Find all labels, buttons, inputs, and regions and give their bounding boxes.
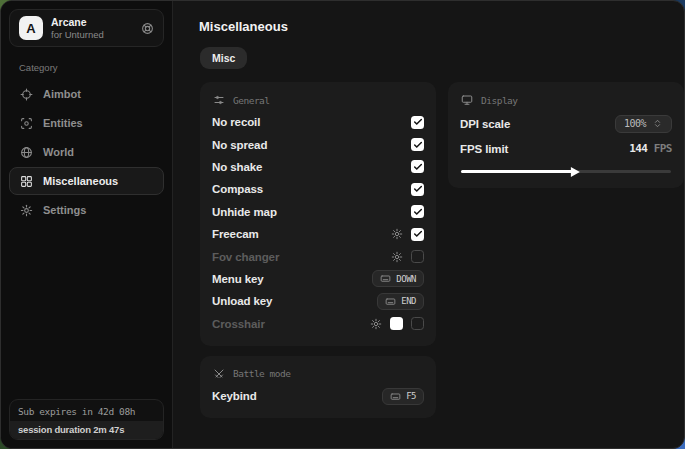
page-title: Miscellaneous <box>199 19 684 34</box>
sidebar-item-aimbot[interactable]: Aimbot <box>9 80 164 108</box>
setting-label: Keybind <box>212 390 257 402</box>
fps-limit-row: FPS limit 144 FPS <box>460 136 672 161</box>
panel-columns: General No recoilNo spreadNo shakeCompas… <box>200 82 684 418</box>
left-column: General No recoilNo spreadNo shakeCompas… <box>200 82 436 418</box>
gear-icon <box>20 204 33 217</box>
sidebar-item-world[interactable]: World <box>9 138 164 166</box>
setting-controls <box>411 116 424 129</box>
gear-icon[interactable] <box>391 228 403 240</box>
dpi-scale-label: DPI scale <box>460 118 510 130</box>
sidebar-item-settings[interactable]: Settings <box>9 196 164 224</box>
battle-panel-title: Battle mode <box>233 368 290 379</box>
setting-label: Unload key <box>212 295 272 307</box>
setting-row: Menu keyDOWN <box>212 268 424 290</box>
setting-row: No shake <box>212 156 424 178</box>
sidebar-item-label: Aimbot <box>43 88 81 100</box>
monitor-icon <box>461 94 473 106</box>
dpi-scale-select[interactable]: 100% <box>615 115 672 133</box>
checkbox[interactable] <box>411 317 424 330</box>
main-content: Miscellaneous Misc General No recoilNo s… <box>173 1 685 448</box>
setting-controls <box>411 138 424 151</box>
fps-limit-label: FPS limit <box>460 143 508 155</box>
dpi-scale-row: DPI scale 100% <box>460 111 672 136</box>
setting-controls <box>370 317 424 330</box>
setting-row: KeybindF5 <box>212 385 424 407</box>
sidebar-item-label: Settings <box>43 204 86 216</box>
slider-thumb[interactable] <box>571 167 580 177</box>
setting-controls: DOWN <box>372 270 424 287</box>
slider-fill <box>461 170 574 173</box>
sidebar-nav: AimbotEntitiesWorldMiscellaneousSettings <box>9 80 164 224</box>
gear-icon[interactable] <box>370 318 382 330</box>
keybind-button[interactable]: F5 <box>382 388 424 405</box>
dpi-scale-value: 100% <box>624 118 646 129</box>
checkbox[interactable] <box>411 183 424 196</box>
subscription-card: Sub expires in 42d 08h session duration … <box>9 399 164 440</box>
keyboard-icon <box>380 273 391 284</box>
setting-row: Unhide map <box>212 201 424 223</box>
setting-label: Fov changer <box>212 251 279 263</box>
setting-row: No recoil <box>212 111 424 133</box>
scan-icon <box>20 117 33 130</box>
sidebar-item-label: Entities <box>43 117 83 129</box>
checkbox[interactable] <box>411 138 424 151</box>
keyboard-icon <box>385 296 396 307</box>
general-panel: General No recoilNo spreadNo shakeCompas… <box>200 82 436 346</box>
setting-row: Fov changer <box>212 245 424 267</box>
logo-text: Arcane for Unturned <box>51 16 133 40</box>
crosshair-icon <box>20 88 33 101</box>
sub-expires-text: Sub expires in 42d 08h <box>10 400 163 421</box>
lifebuoy-icon[interactable] <box>141 22 154 35</box>
setting-controls: F5 <box>382 388 424 405</box>
keybind-value: F5 <box>406 391 416 401</box>
swords-icon <box>213 368 225 380</box>
checkbox[interactable] <box>411 205 424 218</box>
setting-controls <box>411 183 424 196</box>
session-duration-text: session duration 2m 47s <box>10 421 163 439</box>
category-label: Category <box>19 62 154 73</box>
app-window: A Arcane for Unturned Category AimbotEnt… <box>0 0 685 449</box>
gear-icon[interactable] <box>391 251 403 263</box>
display-panel-title: Display <box>481 95 518 106</box>
globe-icon <box>20 146 33 159</box>
keybind-value: END <box>401 296 416 306</box>
general-panel-title: General <box>233 95 270 106</box>
keybind-value: DOWN <box>396 274 416 284</box>
display-panel-header: Display <box>461 94 672 106</box>
checkbox[interactable] <box>411 228 424 241</box>
sidebar: A Arcane for Unturned Category AimbotEnt… <box>1 1 173 448</box>
battle-mode-panel: Battle mode KeybindF5 <box>200 356 436 418</box>
setting-label: No recoil <box>212 116 260 128</box>
keybind-button[interactable]: END <box>377 293 424 310</box>
setting-label: Freecam <box>212 228 259 240</box>
setting-controls <box>391 228 424 241</box>
setting-row: Crosshair <box>212 313 424 335</box>
setting-row: Unload keyEND <box>212 290 424 312</box>
setting-label: Compass <box>212 183 263 195</box>
sidebar-item-entities[interactable]: Entities <box>9 109 164 137</box>
setting-label: Crosshair <box>212 318 265 330</box>
sliders-icon <box>213 94 225 106</box>
tab-misc[interactable]: Misc <box>200 47 247 69</box>
setting-row: No spread <box>212 133 424 155</box>
setting-controls: END <box>377 293 424 310</box>
setting-label: Menu key <box>212 273 264 285</box>
fps-limit-value: 144 FPS <box>629 142 672 155</box>
sidebar-item-label: Miscellaneous <box>43 175 118 187</box>
setting-controls <box>391 250 424 263</box>
logo-card: A Arcane for Unturned <box>9 9 164 47</box>
display-panel: Display DPI scale 100% FPS limit 144 <box>448 82 684 188</box>
fps-unit: FPS <box>654 142 672 155</box>
setting-row: Freecam <box>212 223 424 245</box>
app-title: Arcane <box>51 16 133 29</box>
general-panel-header: General <box>213 94 424 106</box>
keybind-button[interactable]: DOWN <box>372 270 424 287</box>
tabbar: Misc <box>200 47 684 69</box>
checkbox[interactable] <box>411 116 424 129</box>
sidebar-item-miscellaneous[interactable]: Miscellaneous <box>9 167 164 195</box>
avatar: A <box>19 16 43 40</box>
checkbox[interactable] <box>411 160 424 173</box>
fps-limit-slider[interactable] <box>461 170 671 173</box>
color-swatch[interactable] <box>390 317 403 330</box>
checkbox[interactable] <box>411 250 424 263</box>
